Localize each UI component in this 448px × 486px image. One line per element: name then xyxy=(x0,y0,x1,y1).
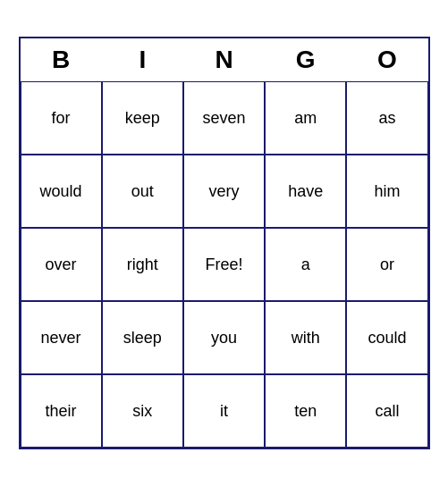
bingo-cell-1-0: would xyxy=(21,155,102,228)
header-cell-b: B xyxy=(21,38,102,81)
bingo-cell-1-2: very xyxy=(183,155,265,228)
bingo-cell-4-4: call xyxy=(346,374,427,448)
bingo-cell-1-4: him xyxy=(346,155,427,228)
bingo-row-4: theirsixittencall xyxy=(21,374,428,448)
bingo-cell-1-1: out xyxy=(102,155,183,228)
bingo-cell-3-2: you xyxy=(183,301,265,374)
bingo-header: BINGO xyxy=(21,38,428,81)
header-cell-o: O xyxy=(346,38,427,81)
bingo-cell-2-3: a xyxy=(265,228,346,301)
bingo-row-3: neversleepyouwithcould xyxy=(21,301,428,374)
bingo-cell-3-0: never xyxy=(21,301,102,374)
bingo-cell-0-1: keep xyxy=(102,81,183,155)
bingo-row-2: overrightFree!aor xyxy=(21,228,428,301)
bingo-cell-2-1: right xyxy=(102,228,183,301)
bingo-card: BINGO forkeepsevenamaswouldoutveryhavehi… xyxy=(19,37,430,449)
bingo-grid: forkeepsevenamaswouldoutveryhavehimoverr… xyxy=(21,81,428,448)
bingo-cell-4-1: six xyxy=(102,374,183,448)
bingo-row-1: wouldoutveryhavehim xyxy=(21,155,428,228)
bingo-cell-3-4: could xyxy=(346,301,427,374)
bingo-cell-4-2: it xyxy=(183,374,265,448)
bingo-cell-3-1: sleep xyxy=(102,301,183,374)
bingo-cell-2-2: Free! xyxy=(183,228,265,301)
header-cell-i: I xyxy=(102,38,183,81)
bingo-cell-0-3: am xyxy=(265,81,346,155)
bingo-cell-0-0: for xyxy=(21,81,102,155)
bingo-cell-4-3: ten xyxy=(265,374,346,448)
header-cell-g: G xyxy=(265,38,346,81)
bingo-cell-0-4: as xyxy=(346,81,427,155)
bingo-cell-2-0: over xyxy=(21,228,102,301)
bingo-cell-3-3: with xyxy=(265,301,346,374)
bingo-row-0: forkeepsevenamas xyxy=(21,81,428,155)
bingo-cell-4-0: their xyxy=(21,374,102,448)
bingo-cell-0-2: seven xyxy=(183,81,265,155)
header-cell-n: N xyxy=(183,38,265,81)
bingo-cell-2-4: or xyxy=(346,228,427,301)
bingo-cell-1-3: have xyxy=(265,155,346,228)
